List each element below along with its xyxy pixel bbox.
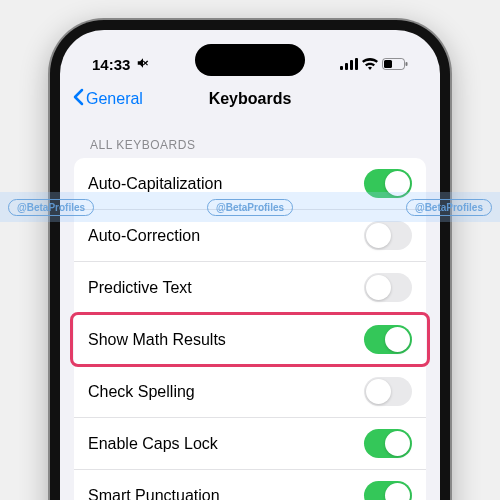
svg-rect-0 bbox=[340, 66, 343, 70]
svg-rect-5 bbox=[384, 60, 392, 68]
svg-rect-2 bbox=[350, 60, 353, 70]
section-header: ALL KEYBOARDS bbox=[60, 120, 440, 158]
settings-list: Auto-CapitalizationAuto-CorrectionPredic… bbox=[74, 158, 426, 500]
toggle-knob bbox=[385, 327, 410, 352]
phone-frame: 14:33 Ge bbox=[50, 20, 450, 500]
row-label: Show Math Results bbox=[88, 331, 226, 349]
toggle-switch[interactable] bbox=[364, 221, 412, 250]
back-label: General bbox=[86, 90, 143, 108]
settings-row: Auto-Capitalization bbox=[74, 158, 426, 210]
toggle-knob bbox=[366, 275, 391, 300]
phone-screen: 14:33 Ge bbox=[60, 30, 440, 500]
wifi-icon bbox=[362, 56, 378, 73]
settings-row: Enable Caps Lock bbox=[74, 418, 426, 470]
settings-row: Show Math Results bbox=[74, 314, 426, 366]
row-label: Check Spelling bbox=[88, 383, 195, 401]
toggle-knob bbox=[385, 483, 410, 500]
settings-row: Auto-Correction bbox=[74, 210, 426, 262]
battery-icon bbox=[382, 56, 408, 73]
row-label: Smart Punctuation bbox=[88, 487, 220, 501]
toggle-knob bbox=[366, 379, 391, 404]
settings-row: Predictive Text bbox=[74, 262, 426, 314]
toggle-switch[interactable] bbox=[364, 481, 412, 500]
signal-icon bbox=[340, 56, 358, 73]
toggle-switch[interactable] bbox=[364, 325, 412, 354]
toggle-switch[interactable] bbox=[364, 273, 412, 302]
row-label: Auto-Capitalization bbox=[88, 175, 222, 193]
chevron-left-icon bbox=[72, 88, 84, 110]
toggle-knob bbox=[385, 171, 410, 196]
nav-title: Keyboards bbox=[209, 90, 292, 108]
svg-rect-1 bbox=[345, 63, 348, 70]
nav-bar: General Keyboards bbox=[60, 80, 440, 120]
svg-rect-3 bbox=[355, 58, 358, 70]
settings-row: Smart Punctuation bbox=[74, 470, 426, 500]
silent-icon bbox=[136, 56, 150, 73]
svg-rect-6 bbox=[406, 62, 408, 66]
toggle-switch[interactable] bbox=[364, 377, 412, 406]
back-button[interactable]: General bbox=[72, 88, 143, 110]
toggle-switch[interactable] bbox=[364, 169, 412, 198]
row-label: Auto-Correction bbox=[88, 227, 200, 245]
toggle-knob bbox=[385, 431, 410, 456]
status-right bbox=[340, 56, 408, 73]
row-label: Enable Caps Lock bbox=[88, 435, 218, 453]
row-label: Predictive Text bbox=[88, 279, 192, 297]
settings-row: Check Spelling bbox=[74, 366, 426, 418]
status-time: 14:33 bbox=[92, 56, 130, 73]
dynamic-island bbox=[195, 44, 305, 76]
toggle-switch[interactable] bbox=[364, 429, 412, 458]
status-left: 14:33 bbox=[92, 56, 150, 73]
toggle-knob bbox=[366, 223, 391, 248]
